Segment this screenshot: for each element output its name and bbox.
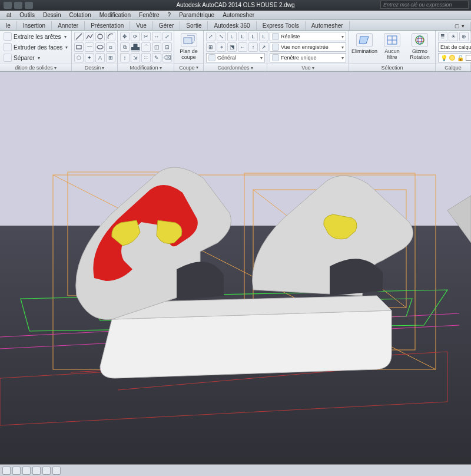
help-search-input[interactable]: Entrez mot-clé ou expression	[380, 1, 469, 9]
panel-label[interactable]: Dessin▾	[72, 64, 117, 71]
ucs-button[interactable]: L	[248, 32, 258, 41]
chevron-down-icon: ▾	[65, 45, 68, 50]
menu-automesher[interactable]: Automesher	[218, 12, 258, 18]
panel-label[interactable]: dition de solides▾	[0, 64, 71, 71]
ellipse-button[interactable]	[95, 42, 105, 52]
copy-button[interactable]: ⧉	[120, 42, 130, 52]
tool-button[interactable]: ⌫	[162, 53, 172, 62]
menu-modification[interactable]: Modification	[95, 12, 135, 18]
trim-button[interactable]: ✂	[141, 32, 151, 41]
tool-button[interactable]: A	[95, 53, 105, 62]
tab-sortie[interactable]: Sortie	[180, 21, 208, 30]
tab-express[interactable]: Express Tools	[257, 21, 306, 30]
ucs-button[interactable]: ↑	[248, 42, 258, 52]
tab-insertion[interactable]: Insertion	[17, 21, 52, 30]
status-button[interactable]	[32, 467, 41, 475]
circle-button[interactable]	[95, 32, 105, 41]
panel-selection: Elimination Aucun filtre Gizmo Rotation …	[349, 31, 436, 71]
tool-button[interactable]: ⬡	[74, 53, 84, 62]
ucs-button[interactable]: ←	[238, 42, 247, 52]
qat-button[interactable]	[25, 2, 33, 9]
ucs-button[interactable]: L	[227, 32, 237, 41]
tab-autodesk360[interactable]: Autodesk 360	[208, 21, 256, 30]
separate-button[interactable]: Séparer ▾	[2, 53, 41, 62]
tool-button[interactable]: ✎	[152, 53, 161, 62]
panel-label[interactable]: Coupe▾	[174, 63, 203, 71]
qat-button[interactable]	[14, 2, 22, 9]
panel-label[interactable]: Modification▾	[118, 64, 174, 71]
layer-combo[interactable]: 💡 🔓	[438, 53, 471, 62]
svg-point-1	[98, 34, 102, 39]
layer-button[interactable]: ☀	[449, 32, 458, 41]
tab-gerer[interactable]: Gérer	[153, 21, 181, 30]
ribbon-collapse-button[interactable]: ▢ ▾	[449, 22, 471, 30]
model-viewport[interactable]	[0, 72, 471, 476]
menu-help[interactable]: ?	[164, 12, 175, 18]
filter-button[interactable]: Aucun filtre	[380, 32, 404, 61]
panel-label[interactable]: Coordonnées▾	[204, 64, 267, 71]
ucs-button[interactable]: ⤡	[217, 32, 226, 41]
panel-label[interactable]: Vue▾	[267, 64, 349, 71]
array-button[interactable]: ∷	[141, 53, 151, 62]
tab-presentation[interactable]: Présentation	[85, 21, 130, 30]
gizmo-button[interactable]: Gizmo Rotation	[407, 32, 432, 61]
layer-button[interactable]: ⊕	[459, 32, 469, 41]
rotate-button[interactable]: ⟳	[131, 32, 140, 41]
extrude-faces-button[interactable]: Extruder des faces ▾	[2, 42, 69, 52]
menu-dessin[interactable]: Dessin	[39, 12, 65, 18]
culling-button[interactable]: Elimination	[352, 32, 377, 55]
move-button[interactable]: ✥	[120, 32, 130, 41]
tool-button[interactable]: ✦	[85, 53, 94, 62]
fillet-button[interactable]: ⌒	[141, 42, 151, 52]
tab-automesher[interactable]: Automesher	[306, 21, 350, 30]
qat-button[interactable]	[4, 2, 12, 9]
visual-style-combo[interactable]: Réaliste ▾	[270, 32, 346, 41]
status-bar	[0, 464, 471, 476]
rect-button[interactable]	[74, 42, 84, 52]
stretch-button[interactable]: ↕	[120, 53, 130, 62]
menu-outils[interactable]: Outils	[15, 12, 39, 18]
tool-button[interactable]: ◫	[152, 42, 161, 52]
menu-format[interactable]: at	[2, 12, 15, 18]
viewport-config-combo[interactable]: Fenêtre unique ▾	[270, 53, 346, 62]
ucs-button[interactable]: ⊞	[206, 42, 215, 52]
menu-fenetre[interactable]: Fenêtre	[135, 12, 163, 18]
ucs-button[interactable]: ⌖	[217, 42, 226, 52]
svg-point-10	[418, 36, 422, 44]
menu-parametrique[interactable]: Paramétrique	[175, 12, 218, 18]
layer-button[interactable]: ≣	[438, 32, 447, 41]
status-button[interactable]	[12, 467, 21, 475]
tool-button[interactable]: ⊡	[162, 42, 172, 52]
ribbon-tabs: le Insertion Annoter Présentation Vue Gé…	[0, 20, 471, 31]
status-button[interactable]	[2, 467, 11, 475]
panel-dessin: 〰 ⧈ ⬡ ✦ A ⊞ Dessin▾	[72, 31, 118, 71]
tool-button[interactable]: ↔	[152, 32, 161, 41]
layer-state-combo[interactable]: Etat de calque non e	[438, 42, 471, 52]
tab-le[interactable]: le	[0, 21, 17, 30]
tab-vue[interactable]: Vue	[130, 21, 152, 30]
panel-vue: Réaliste ▾ Vue non enregistrée ▾ Fenêtre…	[267, 31, 349, 71]
arc-button[interactable]	[106, 32, 115, 41]
panel-label[interactable]: Calque	[436, 64, 470, 71]
line-button[interactable]	[74, 32, 84, 41]
tab-annoter[interactable]: Annoter	[52, 21, 85, 30]
status-button[interactable]	[42, 467, 51, 475]
tool-button[interactable]: ⤢	[162, 32, 172, 41]
spline-button[interactable]: 〰	[85, 42, 94, 52]
status-button[interactable]	[52, 467, 61, 475]
status-button[interactable]	[22, 467, 31, 475]
tool-button[interactable]: ⧈	[106, 42, 115, 52]
ucs-button[interactable]: ⬔	[227, 42, 237, 52]
globe-icon	[208, 54, 215, 61]
scale-button[interactable]: ⇲	[131, 53, 140, 62]
ucs-button[interactable]: ⤢	[206, 32, 215, 41]
ucs-button[interactable]: L	[238, 32, 247, 41]
saved-view-combo[interactable]: Vue non enregistrée ▾	[270, 42, 346, 52]
section-plane-button[interactable]: Plan de coupe	[177, 32, 201, 61]
menu-cotation[interactable]: Cotation	[65, 12, 95, 18]
polyline-button[interactable]	[85, 32, 94, 41]
extract-edges-button[interactable]: Extraire les arêtes ▾	[2, 32, 68, 41]
tool-button[interactable]: ⊞	[106, 53, 115, 62]
ucs-combo[interactable]: Général ▾	[206, 53, 265, 62]
mirror-button[interactable]: ▟▙	[131, 42, 140, 52]
